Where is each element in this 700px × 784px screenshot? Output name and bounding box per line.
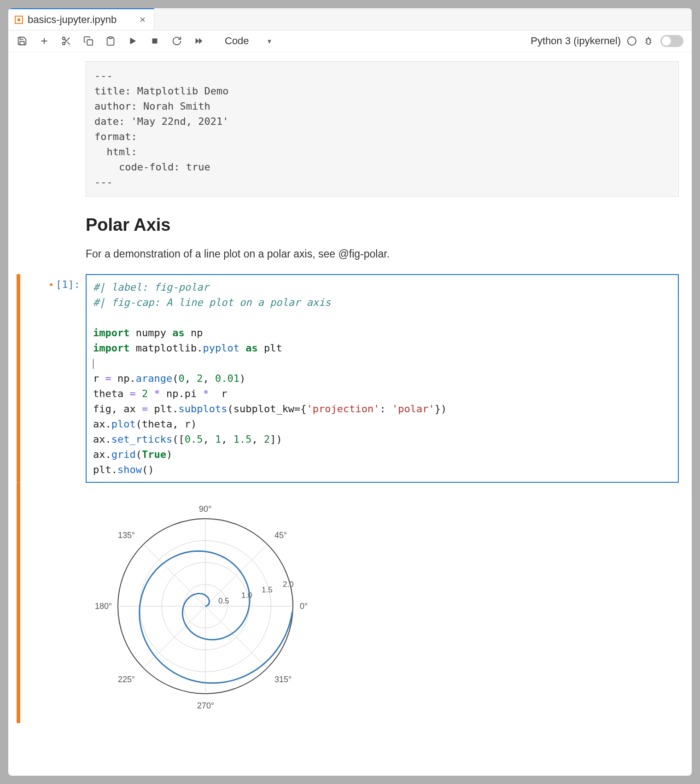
svg-text:270°: 270° — [197, 701, 214, 710]
notebook-area[interactable]: --- title: Matplotlib Demo author: Norah… — [8, 52, 692, 776]
markdown-paragraph: For a demonstration of a line plot on a … — [86, 248, 679, 260]
restart-icon[interactable] — [171, 35, 182, 47]
code-cell-row: • [1]: #| label: fig-polar #| fig-cap: A… — [17, 274, 683, 483]
tab-title: basics-jupyter.ipynb — [28, 14, 117, 26]
copy-icon[interactable] — [83, 35, 94, 47]
notebook-icon — [15, 16, 23, 24]
cell-type-select[interactable]: Code ▾ — [225, 35, 271, 47]
bug-icon[interactable] — [643, 35, 654, 47]
svg-point-3 — [63, 42, 65, 45]
svg-line-5 — [67, 42, 70, 44]
cut-icon[interactable] — [61, 35, 72, 47]
paste-icon[interactable] — [105, 35, 116, 47]
svg-point-2 — [63, 37, 65, 40]
kernel-info: Python 3 (ipykernel) — [531, 35, 683, 47]
svg-text:0°: 0° — [300, 602, 308, 611]
toolbar: Code ▾ Python 3 (ipykernel) — [8, 30, 692, 52]
svg-marker-11 — [196, 38, 199, 44]
svg-text:2.0: 2.0 — [283, 580, 294, 589]
run-icon[interactable] — [127, 35, 138, 47]
svg-rect-13 — [647, 39, 650, 45]
stop-icon[interactable] — [149, 35, 160, 47]
svg-marker-9 — [130, 38, 136, 45]
output-row: 0° 45° 90° 135° 180° 225° 270° 315° 0.5 … — [17, 483, 683, 723]
svg-text:90°: 90° — [199, 504, 211, 514]
add-cell-icon[interactable] — [39, 35, 50, 47]
svg-rect-7 — [87, 40, 93, 45]
chevron-down-icon: ▾ — [268, 37, 271, 46]
svg-line-6 — [64, 39, 66, 41]
run-all-icon[interactable] — [193, 35, 204, 47]
markdown-cell[interactable]: Polar Axis For a demonstration of a line… — [86, 197, 679, 274]
jupyter-window: basics-jupyter.ipynb × — [8, 8, 692, 776]
cell-type-label: Code — [225, 35, 249, 47]
prompt-area: • [1]: — [28, 274, 86, 483]
execution-count: [1]: — [56, 279, 80, 483]
debugger-toggle[interactable] — [660, 35, 683, 47]
cell-collapse-bar[interactable] — [17, 274, 20, 483]
svg-marker-12 — [199, 38, 202, 44]
tab-bar: basics-jupyter.ipynb × — [8, 8, 692, 30]
code-cell-input[interactable]: #| label: fig-polar #| fig-cap: A line p… — [86, 274, 679, 483]
svg-text:135°: 135° — [118, 531, 135, 540]
raw-cell[interactable]: --- title: Matplotlib Demo author: Norah… — [86, 61, 679, 197]
markdown-heading: Polar Axis — [86, 215, 679, 235]
polar-plot: 0° 45° 90° 135° 180° 225° 270° 315° 0.5 … — [90, 491, 321, 721]
svg-text:0.5: 0.5 — [218, 597, 229, 605]
svg-text:180°: 180° — [95, 602, 112, 611]
notebook-tab[interactable]: basics-jupyter.ipynb × — [8, 8, 154, 30]
svg-rect-10 — [152, 39, 158, 44]
unsaved-indicator: • — [49, 279, 53, 483]
cell-output: 0° 45° 90° 135° 180° 225° 270° 315° 0.5 … — [86, 483, 321, 723]
svg-text:1.5: 1.5 — [262, 585, 273, 594]
kernel-name[interactable]: Python 3 (ipykernel) — [531, 35, 621, 47]
svg-text:1.0: 1.0 — [241, 591, 252, 600]
save-icon[interactable] — [17, 35, 28, 47]
svg-rect-8 — [109, 37, 112, 39]
svg-text:315°: 315° — [274, 675, 292, 684]
svg-text:225°: 225° — [118, 675, 135, 684]
svg-text:45°: 45° — [274, 531, 287, 540]
close-icon[interactable]: × — [140, 14, 146, 26]
kernel-status-icon[interactable] — [627, 36, 636, 46]
output-collapse-bar[interactable] — [17, 483, 20, 723]
